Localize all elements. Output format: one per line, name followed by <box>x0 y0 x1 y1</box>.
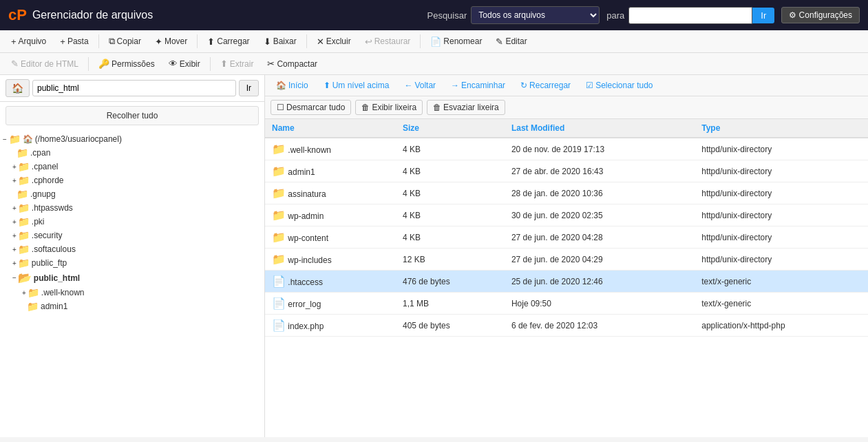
folder-htpasswds-icon: 📁 <box>18 202 30 213</box>
table-row[interactable]: 📁 wp-content 4 KB 27 de jun. de 2020 04:… <box>265 227 868 249</box>
tree-pki-label: .pki <box>32 217 45 227</box>
file-modified-cell: 27 de jun. de 2020 04:29 <box>505 249 695 271</box>
table-row[interactable]: 📁 assinatura 4 KB 28 de jan. de 2020 10:… <box>265 182 868 204</box>
tree-item-public-ftp[interactable]: + 📁 public_ftp <box>0 256 264 270</box>
select-all-icon: ☑ <box>586 81 593 90</box>
content-nav2: ☐ Desmarcar tudo 🗑 Exibir lixeira 🗑 Esva… <box>265 96 868 119</box>
arquivo-button[interactable]: + Arquivo <box>6 34 52 50</box>
deselect-icon: ☐ <box>277 103 284 112</box>
exibir-lixeira-button[interactable]: 🗑 Exibir lixeira <box>355 100 423 115</box>
inicio-button[interactable]: 🏠 Início <box>271 78 314 92</box>
tree-item-htpasswds[interactable]: + 📁 .htpasswds <box>0 201 264 215</box>
search-input[interactable] <box>628 7 752 24</box>
tree-item-well-known[interactable]: + 📁 .well-known <box>0 286 264 299</box>
tree-item-security[interactable]: + 📁 .security <box>0 229 264 242</box>
esvaziar-lixeira-button[interactable]: 🗑 Esvaziar lixeira <box>427 100 505 115</box>
excluir-button[interactable]: ✕ Excluir <box>311 34 357 50</box>
divider1 <box>98 34 99 48</box>
folder-home-icon: 📁 <box>9 134 21 145</box>
restaurar-button[interactable]: ↩ Restaurar <box>359 34 416 50</box>
extrair-button[interactable]: ⬆ Extrair <box>215 56 260 72</box>
file-type-cell: httpd/unix-directory <box>695 227 868 249</box>
table-row[interactable]: 📄 .htaccess 476 de bytes 25 de jun. de 2… <box>265 271 868 293</box>
tree-item-gnupg[interactable]: 📁 .gnupg <box>0 187 264 201</box>
folder-softaculous-icon: 📁 <box>18 244 30 255</box>
sidebar-home-button[interactable]: 🏠 <box>6 79 30 97</box>
tree-item-cphorde[interactable]: + 📁 .cphorde <box>0 173 264 187</box>
file-icon: 📄 <box>272 297 286 309</box>
desmarcar-tudo-button[interactable]: ☐ Desmarcar tudo <box>271 100 351 115</box>
folder-icon: 📁 <box>17 147 28 158</box>
carregar-button[interactable]: ⬆ Carregar <box>202 34 255 50</box>
sidebar-go-button[interactable]: Ir <box>239 80 259 96</box>
tree-item-root[interactable]: − 📁 🏠 (/home3/usuariocpanel) <box>0 132 264 146</box>
tree-item-cpan[interactable]: 📁 .cpan <box>0 146 264 160</box>
folder-icon: 📁 <box>272 143 286 155</box>
config-button[interactable]: ⚙ Configurações <box>781 7 860 23</box>
tree-item-cpanel[interactable]: + 📁 .cpanel <box>0 160 264 173</box>
search-button[interactable]: Ir <box>752 8 774 23</box>
tree-item-public-html[interactable]: − 📂 public_html <box>0 270 264 286</box>
nivel-acima-button[interactable]: ⬆ Um nível acima <box>318 78 395 92</box>
table-row[interactable]: 📁 admin1 4 KB 27 de abr. de 2020 16:43 h… <box>265 160 868 182</box>
file-name: .well-known <box>288 145 331 155</box>
tree-admin1-label: admin1 <box>41 302 67 311</box>
back-icon: ← <box>404 81 412 90</box>
col-size[interactable]: Size <box>396 119 505 138</box>
table-row[interactable]: 📁 wp-includes 12 KB 27 de jun. de 2020 0… <box>265 249 868 271</box>
forward-icon: → <box>451 81 459 90</box>
selecionar-tudo-button[interactable]: ☑ Selecionar tudo <box>580 78 658 92</box>
encaminhar-button[interactable]: → Encaminhar <box>445 78 511 92</box>
recarregar-button[interactable]: ↻ Recarregar <box>515 78 576 92</box>
php-file-icon: 📄 <box>272 319 286 331</box>
copiar-button[interactable]: ⧉ Copiar <box>103 33 147 50</box>
table-row[interactable]: 📁 wp-admin 4 KB 30 de jun. de 2020 02:35… <box>265 204 868 227</box>
file-type-cell: text/x-generic <box>695 271 868 293</box>
folder-gnupg-icon: 📁 <box>17 189 28 200</box>
col-type[interactable]: Type <box>695 119 868 138</box>
table-row[interactable]: 📄 index.php 405 de bytes 6 de fev. de 20… <box>265 315 868 337</box>
folder-wellknown-icon: 📁 <box>28 287 39 298</box>
divider5 <box>88 57 89 71</box>
baixar-button[interactable]: ⬇ Baixar <box>258 34 302 50</box>
file-name-cell: 📁 admin1 <box>265 160 396 182</box>
tree-wellknown-label: .well-known <box>41 288 85 297</box>
editor-html-button[interactable]: ✎ Editor de HTML <box>6 56 84 72</box>
folder-icon: 📁 <box>272 187 286 199</box>
tree-item-admin1[interactable]: 📁 admin1 <box>0 299 264 313</box>
file-modified-cell: 27 de jun. de 2020 04:28 <box>505 227 695 249</box>
folder-cphorde-icon: 📁 <box>18 175 30 186</box>
collapse-all-button[interactable]: Recolher tudo <box>6 106 259 125</box>
sidebar-path-input[interactable] <box>32 80 236 96</box>
table-row[interactable]: 📁 .well-known 4 KB 20 de nov. de 2019 17… <box>265 138 868 160</box>
editar-button[interactable]: ✎ Editar <box>490 34 532 50</box>
exibir-button[interactable]: 👁 Exibir <box>163 56 206 72</box>
file-type-cell: httpd/unix-directory <box>695 249 868 271</box>
pasta-button[interactable]: + Pasta <box>54 34 94 50</box>
file-name: admin1 <box>288 167 315 177</box>
voltar-button[interactable]: ← Voltar <box>399 78 441 92</box>
tree-item-pki[interactable]: + 📁 .pki <box>0 215 264 229</box>
col-modified[interactable]: Last Modified <box>505 119 695 138</box>
compactar-button[interactable]: ✂ Compactar <box>262 56 323 72</box>
file-size-cell: 4 KB <box>396 182 505 204</box>
tree-item-softaculous[interactable]: + 📁 .softaculous <box>0 242 264 256</box>
folder-icon: 📁 <box>272 165 286 177</box>
search-scope-select[interactable]: Todos os arquivos Apenas nome do arquivo… <box>471 6 600 24</box>
col-name[interactable]: Name <box>265 119 396 138</box>
file-size-cell: 4 KB <box>396 204 505 227</box>
tree-publichtml-label: public_html <box>34 273 80 283</box>
file-size-cell: 1,1 MB <box>396 293 505 315</box>
eye-icon: 👁 <box>169 59 178 69</box>
tree-htpasswds-label: .htpasswds <box>32 203 73 213</box>
file-size-cell: 476 de bytes <box>396 271 505 293</box>
page-title: Gerenciador de arquivos <box>32 9 427 21</box>
file-size-cell: 405 de bytes <box>396 315 505 337</box>
trash-view-icon: 🗑 <box>361 103 370 112</box>
mover-button[interactable]: ✦ Mover <box>149 34 193 50</box>
tree-publicftp-label: public_ftp <box>32 258 67 268</box>
permissoes-button[interactable]: 🔑 Permissões <box>93 56 160 72</box>
table-row[interactable]: 📄 error_log 1,1 MB Hoje 09:50 text/x-gen… <box>265 293 868 315</box>
renomear-button[interactable]: 📄 Renomear <box>425 34 487 50</box>
main-layout: 🏠 Ir Recolher tudo − 📁 🏠 (/home3/usuario… <box>0 75 868 437</box>
